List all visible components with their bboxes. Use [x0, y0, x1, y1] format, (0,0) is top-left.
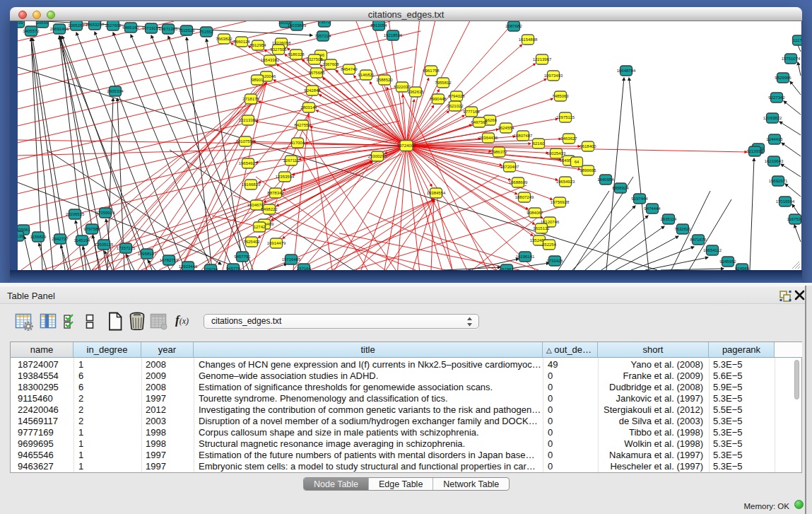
svg-text:1065267: 1065267	[68, 23, 85, 28]
svg-text:7357224: 7357224	[314, 34, 331, 38]
svg-text:9474444: 9474444	[644, 206, 661, 211]
svg-text:417004: 417004	[290, 141, 305, 145]
svg-text:7632621: 7632621	[674, 227, 691, 231]
svg-text:2935114: 2935114	[661, 217, 678, 221]
svg-text:16196141: 16196141	[516, 255, 535, 259]
svg-text:10973493: 10973493	[544, 74, 563, 78]
svg-text:20555: 20555	[37, 21, 49, 25]
svg-text:7515526: 7515526	[178, 28, 195, 33]
svg-text:5498222: 5498222	[261, 207, 278, 211]
svg-text:7625402: 7625402	[243, 240, 260, 244]
svg-text:129234: 129234	[204, 267, 218, 270]
svg-text:7485063: 7485063	[552, 94, 569, 98]
svg-text:8186328: 8186328	[288, 52, 305, 57]
svg-text:2718176: 2718176	[242, 97, 259, 101]
svg-text:1733426: 1733426	[546, 259, 563, 263]
svg-text:15751074: 15751074	[782, 57, 801, 61]
svg-text:12505135: 12505135	[95, 243, 114, 247]
svg-text:15716485: 15716485	[282, 257, 301, 262]
svg-text:73572: 73572	[319, 21, 331, 24]
svg-text:161961: 161961	[500, 267, 514, 270]
svg-text:17016504: 17016504	[776, 199, 795, 204]
svg-text:17359924: 17359924	[96, 211, 115, 215]
svg-text:15720407: 15720407	[500, 165, 519, 169]
svg-text:6794028: 6794028	[448, 94, 465, 98]
svg-text:9227342: 9227342	[768, 95, 785, 100]
svg-text:11174: 11174	[793, 38, 801, 42]
svg-text:8912954: 8912954	[249, 43, 266, 47]
svg-text:10025433: 10025433	[547, 151, 566, 156]
svg-text:3675685: 3675685	[308, 71, 325, 75]
svg-text:19384554: 19384554	[427, 191, 446, 195]
svg-text:7663822: 7663822	[216, 37, 233, 41]
svg-text:20364436: 20364436	[479, 136, 498, 140]
svg-text:2905334: 2905334	[107, 89, 124, 93]
svg-text:7955812: 7955812	[435, 81, 452, 85]
svg-text:1621022: 1621022	[447, 104, 464, 108]
svg-text:16914479: 16914479	[267, 241, 286, 245]
svg-text:157164: 157164	[297, 267, 312, 270]
svg-text:20691406: 20691406	[50, 27, 69, 31]
svg-text:8878342: 8878342	[267, 191, 284, 195]
svg-text:10653257: 10653257	[86, 23, 105, 27]
svg-text:10958107: 10958107	[138, 252, 157, 256]
svg-text:9797586: 9797586	[83, 227, 100, 231]
svg-text:1588520: 1588520	[376, 78, 393, 82]
svg-text:16671385: 16671385	[159, 27, 178, 31]
svg-text:9242848: 9242848	[304, 88, 321, 93]
svg-text:8958924: 8958924	[612, 186, 629, 190]
svg-text:62160: 62160	[533, 141, 545, 146]
svg-text:9777169: 9777169	[463, 110, 480, 114]
svg-text:3213933: 3213933	[746, 149, 763, 153]
svg-text:1615132: 1615132	[533, 226, 550, 230]
svg-text:1145194: 1145194	[74, 238, 91, 243]
svg-text:9457791: 9457791	[234, 255, 251, 259]
svg-text:16543382: 16543382	[261, 58, 280, 62]
svg-text:1244415: 1244415	[766, 137, 783, 141]
svg-text:20206535: 20206535	[66, 212, 85, 216]
svg-text:12213389: 12213389	[239, 118, 258, 122]
svg-text:751552: 751552	[199, 30, 214, 34]
svg-text:64: 64	[575, 160, 579, 164]
svg-text:252254: 252254	[542, 243, 557, 247]
svg-text:2803144: 2803144	[300, 105, 317, 110]
svg-text:98901: 98901	[252, 78, 264, 82]
svg-text:12742: 12742	[254, 225, 266, 229]
svg-text:16210643: 16210643	[765, 159, 784, 163]
svg-text:16154808: 16154808	[519, 37, 538, 42]
svg-text:19756928: 19756928	[551, 200, 570, 204]
svg-text:3267110: 3267110	[283, 158, 300, 163]
svg-text:1362615: 1362615	[407, 90, 424, 94]
svg-text:7986372: 7986372	[490, 150, 507, 154]
svg-text:12975115: 12975115	[556, 115, 575, 119]
svg-text:9899695: 9899695	[579, 168, 596, 173]
svg-text:19218506: 19218506	[384, 33, 403, 37]
svg-text:1405572: 1405572	[23, 29, 40, 33]
svg-text:8990448: 8990448	[430, 97, 447, 101]
svg-text:15692971: 15692971	[769, 179, 788, 183]
svg-text:12093822: 12093822	[763, 116, 782, 120]
svg-text:16648784: 16648784	[617, 69, 636, 73]
svg-text:10688609: 10688609	[509, 180, 528, 185]
svg-text:2367608: 2367608	[322, 62, 339, 66]
svg-text:9327506: 9327506	[270, 47, 287, 52]
svg-text:18807249: 18807249	[515, 195, 534, 199]
svg-text:8427552: 8427552	[294, 123, 311, 127]
svg-text:2087682: 2087682	[505, 24, 522, 28]
svg-text:16033809: 16033809	[288, 23, 307, 28]
svg-text:9618400: 9618400	[579, 144, 596, 148]
svg-text:16782759: 16782759	[160, 258, 179, 262]
svg-text:1167534: 1167534	[787, 217, 801, 221]
svg-text:924565: 924565	[735, 267, 750, 270]
svg-text:12923446: 12923446	[179, 264, 198, 269]
svg-text:9197444: 9197444	[631, 197, 648, 201]
svg-text:25300293: 25300293	[368, 154, 387, 158]
svg-text:1156829: 1156829	[30, 235, 47, 239]
svg-text:1640954: 1640954	[597, 177, 614, 182]
svg-text:19654923: 19654923	[556, 180, 575, 184]
svg-text:39139: 39139	[18, 234, 24, 238]
svg-text:10654112: 10654112	[703, 248, 722, 252]
svg-text:8471676: 8471676	[690, 238, 707, 242]
svg-text:3624554: 3624554	[498, 126, 514, 130]
svg-text:5322037: 5322037	[394, 85, 411, 89]
